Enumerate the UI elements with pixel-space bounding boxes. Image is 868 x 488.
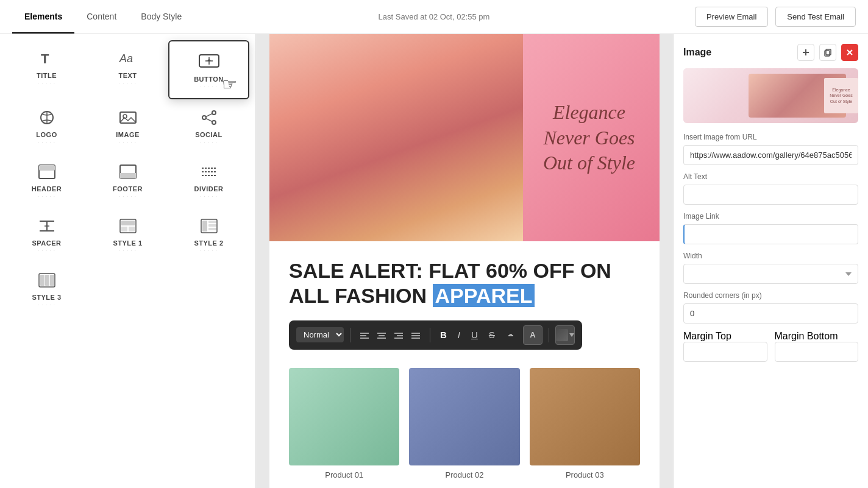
element-text[interactable]: Aa TEXT · · · · · [87, 40, 168, 99]
element-spacer[interactable]: SPACER · · · · · [6, 208, 87, 262]
strikethrough-button[interactable]: S [485, 327, 499, 342]
spacer-icon [37, 216, 57, 236]
svg-rect-30 [202, 221, 207, 232]
svg-rect-35 [40, 275, 44, 286]
svg-rect-27 [121, 227, 127, 232]
product-item-3: Product 03 [530, 368, 640, 479]
product-image-3 [530, 368, 640, 465]
element-logo[interactable]: LOGO · · · · · [6, 99, 87, 154]
svg-point-10 [202, 116, 206, 119]
align-justify-button[interactable] [408, 328, 424, 342]
element-footer-label: FOOTER [113, 185, 143, 193]
underline-button[interactable]: U [468, 327, 482, 342]
tab-elements[interactable]: Elements [12, 1, 74, 34]
rounded-corners-input[interactable] [683, 303, 858, 324]
tab-content[interactable]: Content [74, 1, 129, 34]
panel-delete-button[interactable] [841, 44, 858, 61]
bold-button[interactable]: B [436, 327, 450, 342]
font-style-select[interactable]: Normal [296, 327, 344, 342]
panel-section-header: Image [683, 44, 858, 61]
element-divider-label: DIVIDER [194, 185, 223, 193]
sale-headline: SALE ALERT: FLAT 60% OFF ON ALL FASHION … [289, 258, 640, 308]
font-size-color-box[interactable] [555, 325, 575, 345]
panel-action-icons [797, 44, 858, 61]
margin-top-input[interactable] [683, 342, 767, 362]
svg-rect-33 [208, 228, 216, 230]
svg-rect-17 [120, 173, 136, 179]
preview-email-button[interactable]: Preview Email [695, 7, 768, 27]
margin-bottom-label: Margin Bottom [775, 331, 838, 341]
drag-cursor: ☞ [222, 74, 237, 94]
element-button[interactable]: BUTTON · · · · · ☞ [168, 40, 249, 99]
element-social[interactable]: SOCIAL · · · · · [168, 99, 249, 154]
width-label: Width [683, 252, 858, 260]
product-label-2: Product 02 [409, 470, 519, 479]
element-image[interactable]: IMAGE · · · · · [87, 99, 168, 154]
logo-icon [37, 108, 57, 127]
align-center-button[interactable] [374, 328, 390, 342]
product-image-2 [409, 368, 519, 465]
font-color-button[interactable]: A [523, 325, 542, 345]
element-social-label: SOCIAL [195, 131, 222, 138]
svg-point-11 [212, 121, 216, 124]
margin-row: Margin Top Margin Bottom [683, 331, 858, 362]
link-button[interactable] [502, 328, 519, 342]
insert-image-label: Insert image from URL [683, 133, 858, 141]
top-tabs: Elements Content Body Style [12, 1, 194, 34]
canvas-area: Elegance Never Goes Out of Style SALE AL… [256, 34, 673, 488]
element-title[interactable]: T TITLE · · · · · [6, 40, 87, 99]
element-text-label: TEXT [118, 72, 137, 79]
svg-rect-15 [39, 165, 55, 171]
element-image-label: IMAGE [116, 131, 140, 138]
align-right-button[interactable] [391, 328, 407, 342]
product-image-1 [289, 368, 399, 465]
panel-add-button[interactable] [797, 44, 814, 61]
element-footer[interactable]: FOOTER · · · · · [87, 154, 168, 208]
toolbar-sep3 [549, 328, 549, 342]
sale-section[interactable]: SALE ALERT: FLAT 60% OFF ON ALL FASHION … [269, 241, 660, 314]
alt-text-input[interactable] [683, 185, 858, 205]
element-spacer-label: SPACER [32, 239, 61, 247]
image-link-input[interactable] [683, 224, 858, 244]
margin-bottom-input[interactable] [775, 342, 859, 362]
width-select[interactable]: 100% 50% [683, 264, 858, 284]
style2-icon [199, 216, 219, 236]
hero-model-image [269, 34, 523, 241]
element-style1[interactable]: STYLE 1 · · · · · [87, 208, 168, 262]
svg-text:T: T [41, 51, 49, 66]
style3-icon [37, 271, 57, 290]
element-style3[interactable]: STYLE 3 · · · · · [6, 262, 87, 316]
products-row: Product 01 Product 02 Product 03 [269, 356, 660, 488]
right-panel: Image EleganceNever GoesOut of Style [673, 34, 868, 488]
margin-top-label: Margin Top [683, 331, 731, 341]
product-label-1: Product 01 [289, 470, 399, 479]
image-preview: EleganceNever GoesOut of Style [683, 68, 858, 123]
image-url-input[interactable] [683, 145, 858, 165]
element-header[interactable]: HEADER · · · · · [6, 154, 87, 208]
element-style2[interactable]: STYLE 2 · · · · · [168, 208, 249, 262]
element-button-label: BUTTON [194, 76, 224, 83]
send-test-email-button[interactable]: Send Test Email [775, 7, 856, 27]
toolbar-sep2 [430, 328, 430, 342]
text-formatting-toolbar: Normal [289, 320, 582, 350]
element-header-label: HEADER [32, 185, 62, 193]
image-icon [118, 108, 138, 127]
element-style1-label: STYLE 1 [113, 239, 142, 247]
alt-text-label: Alt Text [683, 172, 858, 181]
elements-grid: T TITLE · · · · · Aa TEXT · · · · · [0, 34, 255, 322]
align-left-button[interactable] [357, 328, 372, 342]
saved-status: Last Saved at 02 Oct, 02:55 pm [379, 12, 490, 21]
panel-copy-button[interactable] [819, 44, 836, 61]
tab-body-style[interactable]: Body Style [129, 1, 194, 34]
main-layout: T TITLE · · · · · Aa TEXT · · · · · [0, 34, 868, 488]
svg-rect-28 [129, 227, 135, 232]
footer-icon [118, 162, 138, 182]
divider-icon [199, 162, 219, 182]
top-bar-actions: Preview Email Send Test Email [695, 7, 856, 27]
element-divider[interactable]: DIVIDER · · · · · [168, 154, 249, 208]
italic-button[interactable]: I [454, 327, 464, 342]
element-logo-label: LOGO [36, 131, 57, 138]
text-icon: Aa [118, 49, 138, 68]
margin-bottom-col: Margin Bottom [775, 331, 859, 362]
sale-highlight: APPAREL [433, 284, 535, 307]
